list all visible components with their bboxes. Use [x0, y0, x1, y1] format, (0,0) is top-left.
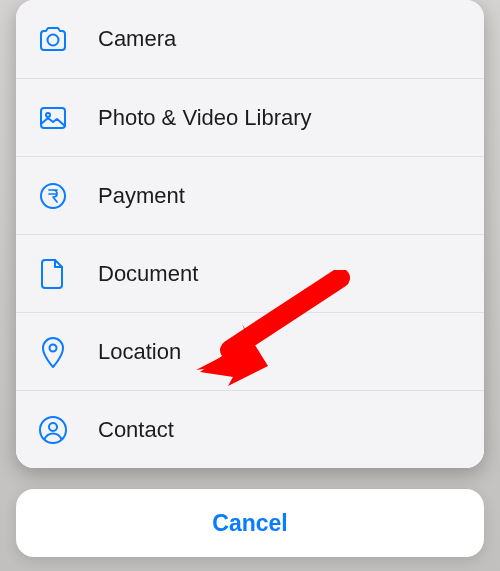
svg-point-6 — [49, 423, 57, 431]
cancel-wrap: Cancel — [16, 489, 484, 557]
svg-point-2 — [46, 113, 50, 117]
cancel-button[interactable]: Cancel — [16, 489, 484, 557]
menu-item-photo-video[interactable]: Photo & Video Library — [16, 78, 484, 156]
camera-icon — [36, 22, 70, 56]
svg-point-0 — [48, 35, 59, 46]
contact-icon — [36, 413, 70, 447]
menu-item-location[interactable]: Location — [16, 312, 484, 390]
svg-point-3 — [41, 184, 65, 208]
menu-item-label: Payment — [98, 183, 185, 209]
svg-rect-1 — [41, 108, 65, 128]
menu-item-label: Document — [98, 261, 198, 287]
action-sheet: Camera Photo & Video Library Payment — [16, 0, 484, 468]
payment-icon — [36, 179, 70, 213]
svg-point-4 — [50, 344, 57, 351]
menu-item-label: Photo & Video Library — [98, 105, 312, 131]
menu-item-payment[interactable]: Payment — [16, 156, 484, 234]
menu-item-document[interactable]: Document — [16, 234, 484, 312]
menu-item-label: Contact — [98, 417, 174, 443]
menu-item-label: Location — [98, 339, 181, 365]
photo-icon — [36, 101, 70, 135]
document-icon — [36, 257, 70, 291]
menu-item-contact[interactable]: Contact — [16, 390, 484, 468]
menu-item-label: Camera — [98, 26, 176, 52]
location-icon — [36, 335, 70, 369]
menu-item-camera[interactable]: Camera — [16, 0, 484, 78]
